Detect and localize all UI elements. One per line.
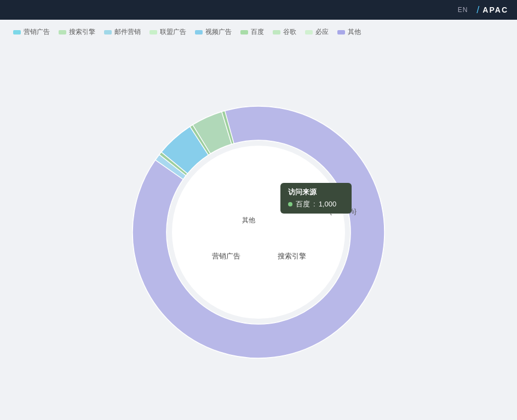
legend-color xyxy=(240,30,248,34)
legend-item-百度: 百度 xyxy=(240,27,264,37)
legend-label: 必应 xyxy=(315,27,329,37)
legend-item-视频广告: 视频广告 xyxy=(195,27,232,37)
legend-item-谷歌: 谷歌 xyxy=(273,27,296,37)
logo-text: APAC xyxy=(482,5,508,14)
legend-color xyxy=(273,30,280,34)
lang-selector[interactable]: EN xyxy=(458,6,468,14)
legend-item-联盟广告: 联盟广告 xyxy=(150,27,186,37)
legend-label: 谷歌 xyxy=(283,27,296,37)
legend-item-营销广告: 营销广告 xyxy=(13,27,50,37)
chart-container: 访问来源 百度: 1,000 百度 {33.84%} 营销广告 搜索引擎 其他 xyxy=(0,44,517,419)
inner-label-other: 其他 xyxy=(242,216,255,225)
legend-item-搜索引擎: 搜索引擎 xyxy=(59,27,95,37)
legend-color xyxy=(337,30,345,34)
baidu-label: 百度 {33.84%} xyxy=(330,198,357,215)
legend-item-其他: 其他 xyxy=(337,27,361,37)
baidu-label-line xyxy=(320,207,330,208)
legend-item-邮件营销: 邮件营销 xyxy=(104,27,141,37)
logo: / APAC xyxy=(476,4,508,16)
legend-color xyxy=(150,30,157,34)
legend-color xyxy=(305,30,313,34)
legend-label: 联盟广告 xyxy=(160,27,186,37)
legend-item-必应: 必应 xyxy=(305,27,329,37)
inner-label-search: 搜索引擎 xyxy=(278,251,306,261)
legend-label: 百度 xyxy=(251,27,264,37)
legend-color xyxy=(13,30,21,34)
legend-color xyxy=(59,30,66,34)
legend-label: 搜索引擎 xyxy=(69,27,95,37)
legend-label: 视频广告 xyxy=(205,27,232,37)
topbar: EN / APAC xyxy=(0,0,517,20)
legend-label: 营销广告 xyxy=(24,27,50,37)
inner-label-marketing: 营销广告 xyxy=(212,251,240,261)
legend-color xyxy=(104,30,112,34)
legend-label: 邮件营销 xyxy=(114,27,141,37)
donut-chart: 访问来源 百度: 1,000 百度 {33.84%} 营销广告 搜索引擎 其他 xyxy=(116,90,401,375)
logo-slash: / xyxy=(476,4,480,16)
chart-legend: 营销广告搜索引擎邮件营销联盟广告视频广告百度谷歌必应其他 xyxy=(0,20,517,44)
donut-svg xyxy=(116,90,401,375)
legend-color xyxy=(195,30,203,34)
legend-label: 其他 xyxy=(348,27,361,37)
center-hole xyxy=(204,177,313,287)
